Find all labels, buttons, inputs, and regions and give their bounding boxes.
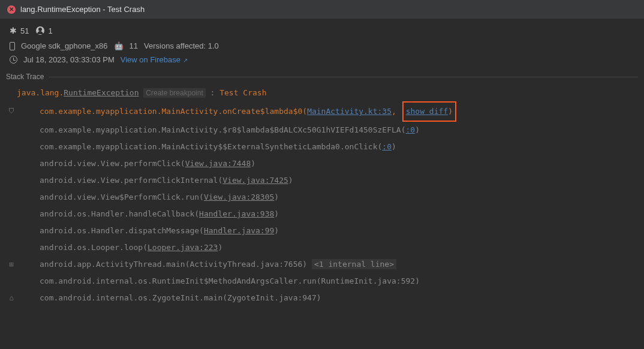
exception-package: java.lang. — [17, 88, 64, 97]
header-title: lang.RuntimeException - Test Crash — [20, 5, 145, 14]
stack-frame: android.os.Handler.handleCallback(Handle… — [6, 206, 638, 222]
date-row: Jul 18, 2023, 03:33:03 PM View on Fireba… — [0, 53, 644, 73]
file-link[interactable]: View.java:28305 — [204, 192, 274, 201]
shield-icon[interactable]: ⛉ — [6, 103, 17, 120]
stack-trace-header: Stack Trace — [0, 73, 644, 81]
file-link[interactable]: :0 — [382, 142, 392, 151]
phone-icon — [10, 42, 15, 50]
stack-frame: ⛉ com.example.myapplication.MainActivity… — [6, 101, 638, 122]
stack-frame: android.app.ActivityThread.main(Activity… — [6, 256, 638, 273]
versions-affected: Versions affected: 1.0 — [144, 41, 219, 50]
stats-row: 51 1 — [0, 19, 644, 39]
crash-count: 51 — [20, 26, 29, 35]
stack-frame: android.os.Looper.loop(Looper.java:223) — [6, 239, 638, 256]
android-icon: 🤖 — [114, 41, 124, 50]
file-link[interactable]: Handler.java:938 — [199, 209, 274, 218]
stack-frame: android.view.View$PerformClick.run(View.… — [6, 189, 638, 206]
file-link[interactable]: MainActivity.kt:35 — [307, 107, 392, 116]
create-breakpoint-button[interactable]: Create breakpoint — [143, 88, 205, 98]
stack-frame: android.view.View.performClick(View.java… — [6, 155, 638, 172]
bug-icon — [10, 26, 17, 35]
clock-icon — [10, 56, 17, 64]
exception-line: java.lang.RuntimeException Create breakp… — [6, 85, 638, 101]
file-link[interactable]: Handler.java:99 — [204, 226, 274, 235]
error-icon: ✕ — [7, 5, 16, 14]
os-version: 11 — [130, 41, 138, 50]
device-row: Google sdk_gphone_x86 🤖 11 Versions affe… — [0, 39, 644, 53]
exception-name[interactable]: RuntimeException — [64, 88, 139, 97]
user-icon — [36, 26, 44, 35]
stack-frame: com.android.internal.os.ZygoteInit.main(… — [6, 290, 638, 306]
exception-message: Test Crash — [219, 88, 266, 97]
view-on-firebase-link[interactable]: View on Firebase ↗ — [121, 55, 188, 64]
external-link-icon: ↗ — [183, 57, 188, 64]
show-diff-link[interactable]: show diff — [406, 103, 448, 120]
stack-frame: com.android.internal.os.RuntimeInit$Meth… — [6, 273, 638, 290]
stack-frame: com.example.myapplication.MainActivity.$… — [6, 122, 638, 139]
stack-frame: com.example.myapplication.MainActivity$$… — [6, 139, 638, 155]
file-link[interactable]: View.java:7425 — [222, 176, 288, 185]
home-icon[interactable] — [6, 290, 17, 306]
show-diff-highlight: show diff) — [402, 101, 456, 122]
device-name: Google sdk_gphone_x86 — [21, 41, 108, 50]
timestamp: Jul 18, 2023, 03:33:03 PM — [23, 55, 115, 64]
stack-frame: android.os.Handler.dispatchMessage(Handl… — [6, 222, 638, 239]
header-bar: ✕ lang.RuntimeException - Test Crash — [0, 0, 644, 19]
file-link[interactable]: :0 — [405, 125, 415, 134]
file-link[interactable]: Looper.java:223 — [148, 243, 218, 252]
expand-icon[interactable] — [6, 256, 17, 273]
stack-frame: android.view.View.performClickInternal(V… — [6, 172, 638, 189]
stack-trace: java.lang.RuntimeException Create breakp… — [0, 81, 644, 310]
internal-line-badge[interactable]: <1 internal line> — [312, 259, 396, 269]
file-link[interactable]: View.java:7448 — [185, 159, 251, 168]
user-count: 1 — [48, 26, 52, 35]
